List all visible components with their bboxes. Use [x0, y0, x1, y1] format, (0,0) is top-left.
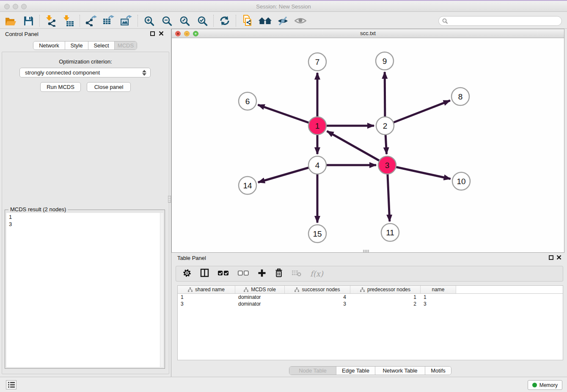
node-15[interactable]: 15 — [308, 225, 326, 243]
open-session-icon[interactable] — [2, 14, 19, 28]
table-row[interactable]: 1 dominator 4 1 1 — [178, 294, 563, 301]
duplicate-network-icon[interactable] — [238, 14, 256, 28]
hide-selected-eye-slash-icon[interactable] — [274, 14, 292, 28]
export-image-icon[interactable] — [118, 14, 135, 28]
tab-network-table[interactable]: Network Table — [375, 367, 425, 375]
float-panel-icon[interactable] — [150, 31, 155, 36]
node-3[interactable]: 3 — [378, 156, 396, 174]
node-11[interactable]: 11 — [381, 224, 399, 241]
tab-mcds[interactable]: MCDS — [114, 41, 137, 50]
import-table-icon[interactable] — [60, 14, 77, 28]
float-table-panel-icon[interactable] — [549, 255, 553, 260]
show-columns-icon[interactable] — [200, 268, 209, 279]
column-header-shared-name[interactable]: shared name — [178, 286, 235, 293]
table-toolbar: f(x) — [176, 266, 563, 282]
search-input[interactable] — [448, 17, 561, 25]
control-panel-title: Control Panel — [5, 31, 39, 37]
panel-splitter-grip[interactable] — [168, 196, 171, 203]
table-mode-gear-icon[interactable] — [183, 269, 191, 279]
network-canvas[interactable]: 7968124314101511 — [172, 38, 564, 252]
close-panel-button[interactable]: Close panel — [87, 82, 131, 92]
node-2[interactable]: 2 — [376, 117, 394, 135]
export-table-icon[interactable] — [100, 14, 118, 28]
refresh-icon[interactable] — [216, 14, 234, 28]
tab-style[interactable]: Style — [65, 41, 88, 50]
cell-shared-name: 3 — [178, 301, 235, 307]
create-column-plus-icon[interactable] — [258, 269, 266, 279]
svg-text:7: 7 — [315, 58, 320, 66]
select-all-icon[interactable] — [218, 270, 229, 278]
node-8[interactable]: 8 — [451, 88, 469, 105]
column-type-icon — [188, 287, 193, 292]
node-7[interactable]: 7 — [308, 53, 326, 71]
edge-3-10[interactable] — [387, 165, 451, 179]
delete-table-icon[interactable] — [292, 270, 301, 278]
home-icon[interactable] — [256, 14, 274, 28]
network-graph: 7968124314101511 — [172, 38, 564, 252]
criterion-dropdown[interactable]: strongly connected component — [19, 68, 151, 77]
export-network-icon[interactable] — [82, 14, 100, 28]
column-header-predecessor-nodes[interactable]: predecessor nodes — [350, 286, 421, 293]
node-10[interactable]: 10 — [452, 172, 470, 190]
close-table-panel-icon[interactable] — [556, 255, 561, 260]
zoom-selected-icon[interactable] — [193, 14, 211, 28]
tab-motifs[interactable]: Motifs — [425, 367, 451, 375]
column-type-icon — [244, 287, 248, 292]
mcds-panel: Optimization criterion: strongly connect… — [2, 52, 169, 374]
network-close-button[interactable]: ✕ — [175, 31, 181, 36]
import-network-icon[interactable] — [42, 14, 60, 28]
node-6[interactable]: 6 — [239, 92, 256, 110]
svg-text:10: 10 — [457, 177, 465, 186]
node-1[interactable]: 1 — [308, 117, 326, 135]
toolbar-separator — [80, 15, 80, 27]
task-history-button[interactable] — [6, 380, 17, 389]
tab-select[interactable]: Select — [88, 41, 114, 50]
zoom-out-icon[interactable] — [158, 14, 176, 28]
network-minimize-button[interactable]: − — [184, 31, 190, 36]
edge-2-8[interactable] — [385, 100, 450, 126]
column-header-successor-nodes[interactable]: successor nodes — [285, 286, 350, 293]
search-icon — [442, 18, 448, 24]
window-title: Session: New Session — [0, 3, 567, 10]
run-mcds-button[interactable]: Run MCDS — [40, 82, 81, 92]
node-14[interactable]: 14 — [239, 177, 256, 194]
column-type-icon — [295, 287, 299, 292]
close-panel-icon[interactable] — [159, 31, 164, 36]
control-panel-tab-bar: Network Style Select MCDS — [33, 41, 137, 50]
status-bar: Memory — [0, 377, 567, 392]
zoom-fit-icon[interactable] — [176, 14, 193, 28]
cell-name: 3 — [421, 301, 456, 307]
tab-node-table[interactable]: Node Table — [289, 367, 336, 375]
network-window-titlebar[interactable]: ✕ − + scc.txt — [172, 29, 564, 38]
table-tab-bar: Node Table Edge Table Network Table Moti… — [289, 366, 451, 375]
memory-button[interactable]: Memory — [528, 380, 562, 390]
mcds-result-text[interactable]: 1 3 — [6, 213, 163, 367]
horizontal-splitter-grip[interactable] — [363, 250, 369, 252]
table-panel: Table Panel f(x) shared na — [171, 253, 567, 377]
cell-mcds-role: dominator — [235, 301, 285, 307]
node-9[interactable]: 9 — [376, 52, 394, 70]
cell-mcds-role: dominator — [235, 294, 285, 301]
node-4[interactable]: 4 — [308, 156, 326, 174]
column-header-mcds-role[interactable]: MCDS role — [235, 286, 285, 293]
control-panel-header: Control Panel — [0, 29, 171, 39]
result-scrollbar[interactable] — [160, 213, 163, 367]
column-header-name[interactable]: name — [421, 286, 456, 293]
table-row[interactable]: 3 dominator 3 2 3 — [178, 301, 563, 307]
tab-network[interactable]: Network — [33, 41, 65, 50]
criterion-value: strongly connected component — [25, 69, 100, 76]
deselect-all-icon[interactable] — [238, 270, 249, 278]
show-all-eye-icon[interactable] — [292, 14, 309, 28]
search-box[interactable] — [438, 16, 562, 26]
tab-edge-table[interactable]: Edge Table — [336, 367, 375, 375]
edge-1-6[interactable] — [258, 105, 317, 126]
zoom-in-icon[interactable] — [140, 14, 158, 28]
delete-columns-trash-icon[interactable] — [275, 268, 283, 279]
function-builder-icon[interactable]: f(x) — [310, 269, 323, 278]
app-titlebar: Session: New Session — [0, 0, 567, 12]
network-maximize-button[interactable]: + — [193, 31, 198, 36]
main-toolbar — [0, 13, 567, 29]
edge-3-1[interactable] — [327, 131, 387, 165]
svg-text:14: 14 — [243, 181, 252, 190]
save-session-icon[interactable] — [19, 14, 37, 28]
